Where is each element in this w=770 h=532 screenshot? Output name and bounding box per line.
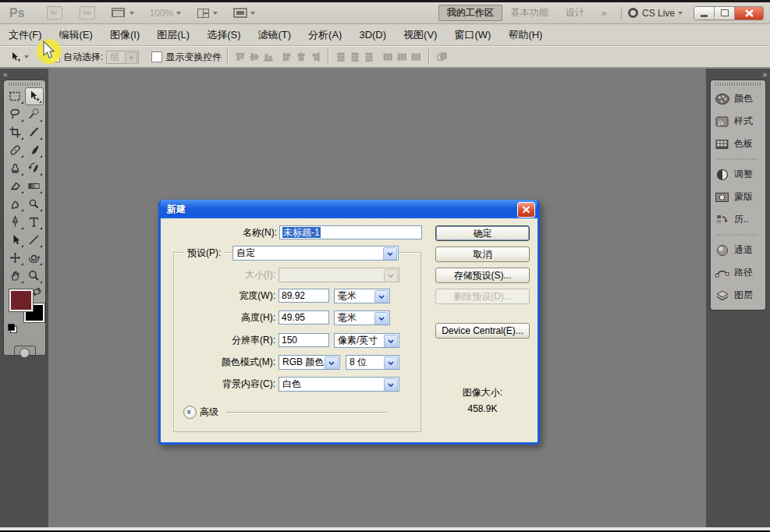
name-input[interactable]: 未标题-1 <box>279 225 422 239</box>
type-tool-icon[interactable] <box>25 213 44 231</box>
width-unit-value: 毫米 <box>338 290 357 301</box>
resolution-unit-dropdown[interactable]: 像素/英寸 <box>334 333 399 348</box>
panel-button-layers[interactable]: 图层 <box>711 284 765 307</box>
collapse-toolbox-icon[interactable]: « <box>3 70 7 79</box>
move-tool-icon <box>9 51 21 63</box>
panel-button-paths[interactable]: 路径 <box>711 261 765 284</box>
foreground-color-swatch[interactable] <box>9 289 33 311</box>
color-mode-dropdown[interactable]: RGB 颜色 <box>279 355 340 370</box>
eyedropper-tool-icon[interactable] <box>25 123 44 141</box>
panel-button-history[interactable]: 历.. <box>711 208 765 231</box>
panel-button-masks[interactable]: 蒙版 <box>711 186 765 208</box>
show-transform-checkbox[interactable] <box>151 51 162 62</box>
photoshop-window: Ps Br Mb 100% 我的工作区 基本功能 设计 » CS Live <box>0 0 770 532</box>
menu-help[interactable]: 帮助(H) <box>499 28 551 42</box>
default-colors-icon[interactable] <box>8 324 17 333</box>
chevron-down-icon <box>384 378 398 392</box>
menu-edit[interactable]: 编辑(E) <box>51 28 101 42</box>
resolution-input[interactable]: 150 <box>279 333 329 347</box>
workspace-tab-design[interactable]: 设计 <box>557 6 593 20</box>
path-selection-tool-icon[interactable] <box>6 231 25 249</box>
zoom-tool-icon[interactable] <box>25 267 44 285</box>
smudge-tool-icon[interactable] <box>6 195 25 213</box>
minimize-button[interactable] <box>694 7 715 20</box>
clone-stamp-tool-icon[interactable] <box>6 159 25 177</box>
menu-3d[interactable]: 3D(D) <box>350 29 395 41</box>
ok-button[interactable]: 确定 <box>435 225 530 241</box>
preset-dropdown[interactable]: 自定 <box>232 246 399 261</box>
brush-tool-icon[interactable] <box>25 141 44 159</box>
dialog-titlebar[interactable]: 新建 <box>161 200 538 218</box>
3d-rotate-camera-tool-icon[interactable] <box>25 249 44 267</box>
panel-group-separator <box>717 232 759 237</box>
menu-window[interactable]: 窗口(W) <box>445 28 499 42</box>
hand-tool-icon[interactable] <box>6 267 25 285</box>
panel-button-adjustments[interactable]: 调整 <box>711 163 765 186</box>
restore-button[interactable] <box>715 7 735 20</box>
menu-filter[interactable]: 滤镜(T) <box>249 28 300 42</box>
panel-button-color[interactable]: 颜色 <box>711 87 765 110</box>
mini-bridge-icon[interactable]: Mb <box>80 6 95 20</box>
auto-select-checkbox[interactable] <box>49 51 60 62</box>
background-contents-label: 背景内容(C): <box>161 377 275 391</box>
zoom-level-button[interactable]: 100% <box>150 8 182 19</box>
panel-label: 图层 <box>734 289 753 302</box>
arrange-documents-icon <box>197 8 210 19</box>
3d-object-rotate-tool-icon[interactable] <box>6 249 25 267</box>
collapse-panels-icon[interactable]: » <box>762 70 766 79</box>
align-right-edges-icon <box>310 51 321 62</box>
lasso-tool-icon[interactable] <box>6 105 25 123</box>
quick-selection-tool-icon[interactable] <box>25 105 44 123</box>
background-contents-dropdown[interactable]: 白色 <box>279 377 399 392</box>
height-unit-dropdown[interactable]: 毫米 <box>334 310 390 325</box>
menu-image[interactable]: 图像(I) <box>101 28 148 42</box>
auto-select-value: 组 <box>110 51 119 64</box>
cs-live-button[interactable]: CS Live <box>628 8 683 19</box>
pen-tool-icon[interactable] <box>6 213 25 231</box>
panel-button-styles[interactable]: fx 样式 <box>711 110 765 133</box>
drag-handle[interactable] <box>9 83 41 86</box>
menu-file[interactable]: 文件(F) <box>0 28 51 42</box>
healing-brush-tool-icon[interactable] <box>6 141 25 159</box>
view-extras-button[interactable] <box>111 7 134 19</box>
menu-layer[interactable]: 图层(L) <box>148 28 198 42</box>
width-input[interactable]: 89.92 <box>279 289 329 303</box>
cancel-button[interactable]: 取消 <box>435 246 530 262</box>
menu-select[interactable]: 选择(S) <box>198 28 249 42</box>
menu-analysis[interactable]: 分析(A) <box>300 28 350 42</box>
drag-handle[interactable] <box>715 83 761 86</box>
width-unit-dropdown[interactable]: 毫米 <box>334 289 390 303</box>
move-tool-preset[interactable] <box>9 51 29 63</box>
device-central-button[interactable]: Device Central(E)... <box>435 323 530 339</box>
line-shape-tool-icon[interactable] <box>25 231 44 249</box>
rectangular-marquee-tool-icon[interactable] <box>6 87 25 105</box>
bridge-icon[interactable]: Br <box>47 6 62 20</box>
height-input[interactable]: 49.95 <box>279 310 329 325</box>
bit-depth-dropdown[interactable]: 8 位 <box>346 355 399 370</box>
save-preset-button[interactable]: 存储预设(S)... <box>435 268 530 283</box>
arrange-documents-button[interactable] <box>197 8 218 19</box>
gradient-tool-icon[interactable] <box>25 177 44 195</box>
dialog-close-button[interactable] <box>517 202 535 218</box>
history-brush-tool-icon[interactable] <box>25 159 44 177</box>
workspace-tab-essentials[interactable]: 基本功能 <box>502 6 557 20</box>
resolution-unit-value: 像素/英寸 <box>338 335 378 346</box>
width-label: 宽度(W): <box>161 289 275 303</box>
color-mode-label: 颜色模式(M): <box>161 355 275 369</box>
close-button[interactable] <box>735 7 763 20</box>
zoom-level-value: 100% <box>150 8 174 19</box>
move-tool-icon[interactable] <box>25 87 44 105</box>
screen-mode-button[interactable] <box>233 8 255 18</box>
workspace-overflow-chevron[interactable]: » <box>593 7 615 19</box>
panel-button-swatches[interactable]: 色板 <box>711 133 765 155</box>
quick-mask-button[interactable] <box>14 346 36 360</box>
menu-view[interactable]: 视图(V) <box>395 28 445 42</box>
panel-button-channels[interactable]: 通道 <box>711 239 765 261</box>
workspace-tab-active[interactable]: 我的工作区 <box>438 5 502 21</box>
crop-tool-icon[interactable] <box>6 123 25 141</box>
advanced-expander-button[interactable]: » <box>183 406 197 419</box>
restore-icon <box>721 9 729 16</box>
dodge-tool-icon[interactable] <box>25 195 44 213</box>
eraser-tool-icon[interactable] <box>6 177 25 195</box>
color-mode-value: RGB 颜色 <box>282 356 324 367</box>
